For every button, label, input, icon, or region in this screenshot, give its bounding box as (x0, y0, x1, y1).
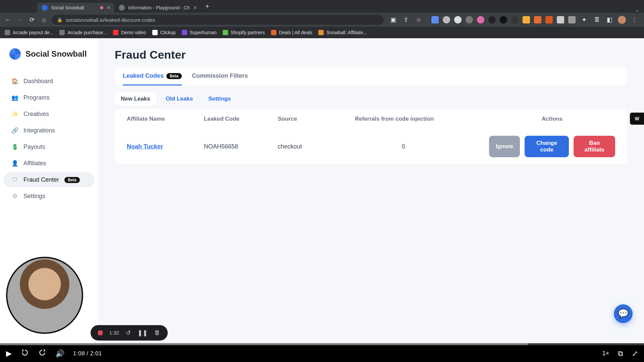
app-frame: Social Snowball 🏠Dashboard 👥Programs ✨Cr… (0, 38, 644, 343)
rewind-5-button[interactable] (20, 348, 29, 359)
bookmark-item[interactable]: Arcade purchase... (59, 30, 107, 35)
recorder-time: 1:32 (109, 330, 119, 336)
playback-speed-button[interactable]: 1× (602, 350, 609, 357)
install-icon[interactable]: ▣ (389, 15, 397, 24)
bookmark-item[interactable]: Shopify partners (223, 30, 265, 35)
bookmark-item[interactable]: Clickup (152, 30, 176, 35)
shield-icon: 🛡 (11, 177, 18, 183)
extension-icon[interactable] (545, 16, 553, 23)
sidebar-item-label: Settings (23, 193, 45, 200)
extension-icon[interactable] (523, 16, 530, 23)
reading-list-icon[interactable]: ≣ (592, 15, 601, 24)
browser-tab-active[interactable]: Social Snowball ✕ (37, 3, 114, 13)
recorder-toolbar[interactable]: 1:32 ↺ ❚❚ 🗑 (91, 325, 168, 341)
bookmark-item[interactable]: Demo video (113, 30, 146, 35)
sidebar-item-creatives[interactable]: ✨Creatives (3, 107, 95, 122)
bookmark-item[interactable]: Deals | All deals (271, 30, 312, 35)
fullscreen-exit-button[interactable]: ⤢ (632, 349, 638, 358)
profile-avatar[interactable] (618, 16, 626, 24)
subtab-label: New Leaks (121, 96, 150, 102)
brand[interactable]: Social Snowball (0, 46, 98, 73)
bookmark-icon (223, 30, 228, 35)
url-text: socialsnowball.io/leaked-discount-codes (66, 17, 155, 23)
extension-icon[interactable] (557, 16, 564, 23)
close-icon[interactable]: ✕ (107, 5, 111, 10)
extension-icon[interactable] (488, 16, 496, 23)
brand-name: Social Snowball (25, 49, 87, 59)
kebab-menu-icon[interactable]: ⋮ (630, 15, 639, 24)
sidebar-item-programs[interactable]: 👥Programs (3, 90, 95, 105)
link-icon: 🔗 (11, 127, 18, 134)
source-value: checkout (278, 143, 355, 150)
subtab-label: Old Leaks (166, 96, 193, 102)
subtab-settings[interactable]: Settings (202, 92, 237, 106)
bookmark-item[interactable]: Snowball: Affiliate... (318, 30, 367, 35)
extension-icon[interactable] (500, 16, 507, 23)
extension-icon[interactable] (568, 16, 576, 23)
new-tab-button[interactable]: + (201, 2, 214, 11)
leaks-table: Affiliate Name Leaked Code Source Referr… (115, 109, 627, 164)
side-panel-tab[interactable]: W (630, 113, 644, 125)
page-title: Fraud Center (115, 48, 627, 61)
forward-5-button[interactable] (38, 348, 47, 359)
browser-tab[interactable]: Information - Playground - Ch ✕ (114, 3, 201, 13)
sidebar-item-dashboard[interactable]: 🏠Dashboard (3, 74, 95, 89)
subtab-label: Settings (208, 96, 231, 102)
reload-button[interactable]: ⟳ (28, 15, 36, 24)
close-icon[interactable]: ✕ (193, 5, 197, 10)
change-code-button[interactable]: Change code (525, 136, 569, 157)
bookmark-item[interactable]: Arcade payout de... (5, 30, 53, 35)
extensions-menu-icon[interactable]: ✦ (580, 15, 588, 24)
extension-icon[interactable] (431, 16, 439, 23)
chat-icon: 💬 (618, 308, 629, 319)
sidebar-item-settings[interactable]: ⚙Settings (3, 189, 95, 204)
address-bar[interactable]: 🔒 socialsnowball.io/leaked-discount-code… (52, 15, 384, 25)
subtab-old-leaks[interactable]: Old Leaks (160, 92, 199, 106)
bookmark-item[interactable]: Superhuman (182, 30, 217, 35)
undo-icon[interactable]: ↺ (126, 329, 131, 337)
home-button[interactable]: ⌂ (40, 15, 48, 24)
sidebar-item-payouts[interactable]: 💲Payouts (3, 139, 95, 155)
share-icon[interactable]: ⇪ (401, 15, 410, 24)
back-button[interactable]: ← (3, 15, 12, 24)
ban-affiliate-button[interactable]: Ban affiliate (574, 136, 615, 157)
pause-icon[interactable]: ❚❚ (138, 329, 148, 337)
browser-tab-strip: Social Snowball ✕ Information - Playgrou… (0, 0, 644, 13)
bookmark-icon (182, 30, 187, 35)
bookmark-icon (318, 30, 324, 35)
time-display: 1:08 / 2:01 (73, 350, 102, 357)
chat-fab[interactable]: 💬 (614, 304, 633, 323)
volume-button[interactable]: 🔊 (55, 349, 64, 358)
pip-button[interactable]: ⧉ (618, 349, 623, 358)
side-tab-label: W (635, 116, 639, 121)
extension-icon[interactable] (511, 16, 519, 23)
sidebar-item-label: Affiliates (23, 160, 46, 167)
row-actions: Ignore Change code Ban affiliate (489, 136, 615, 157)
trash-icon[interactable]: 🗑 (154, 329, 160, 336)
sidebar-item-label: Fraud Center (23, 176, 59, 183)
browser-toolbar: ← → ⟳ ⌂ 🔒 socialsnowball.io/leaked-disco… (0, 13, 644, 27)
tab-leaked-codes[interactable]: Leaked Codes Beta (123, 67, 182, 85)
primary-tabs: Leaked Codes Beta Commission Filters (115, 67, 627, 85)
tab-label: Leaked Codes (123, 72, 164, 79)
extension-icon[interactable] (454, 16, 462, 23)
col-actions: Actions (489, 116, 615, 122)
extension-icon[interactable] (534, 16, 541, 23)
ignore-button[interactable]: Ignore (489, 136, 520, 157)
sidebar-item-affiliates[interactable]: 👤Affiliates (3, 156, 95, 171)
extension-icon[interactable] (466, 16, 473, 23)
extension-icon[interactable] (477, 16, 484, 23)
subtab-new-leaks[interactable]: New Leaks (115, 92, 156, 106)
star-icon[interactable]: ☆ (414, 15, 423, 24)
tab-commission-filters[interactable]: Commission Filters (192, 67, 248, 85)
play-button[interactable]: ▶ (6, 349, 12, 358)
bookmark-label: Demo video (121, 30, 146, 35)
sidebar-item-label: Creatives (23, 111, 49, 118)
forward-button[interactable]: → (15, 15, 24, 24)
sidebar-item-fraud-center[interactable]: 🛡Fraud CenterBeta (3, 172, 95, 187)
sidebar-item-integrations[interactable]: 🔗Integrations (3, 123, 95, 138)
sidepanel-icon[interactable]: ◧ (605, 15, 614, 24)
extension-icon[interactable] (443, 16, 450, 23)
tab-overflow-icon[interactable]: ⌄ (635, 7, 644, 13)
affiliate-link[interactable]: Noah Tucker (127, 143, 163, 150)
